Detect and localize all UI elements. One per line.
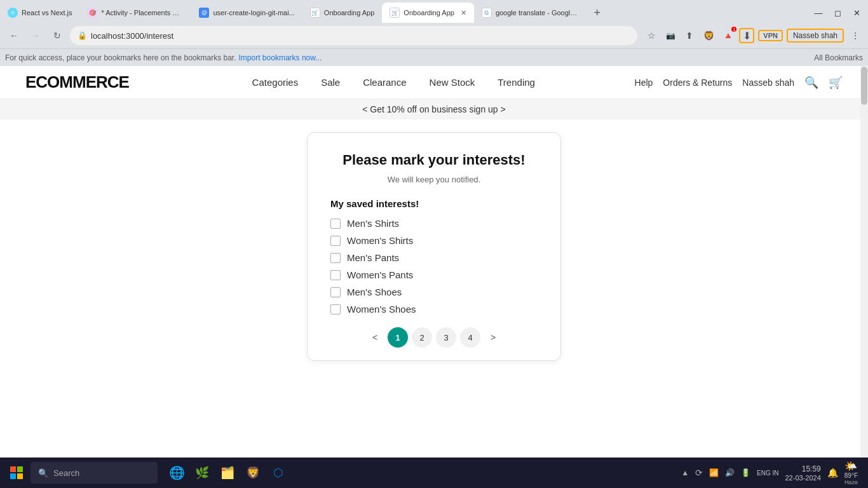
tab-onboarding1[interactable]: 🛒 Onboarding App — [302, 3, 383, 23]
user-profile-button[interactable]: Nasseb shah — [787, 29, 844, 43]
taskbar-search-bar[interactable]: 🔍 Search — [31, 462, 158, 484]
label-womens-shoes: Women's Shoes — [347, 304, 416, 315]
site-logo: ECOMMERCE — [25, 72, 153, 92]
tab-activity-label: * Activity - Placements M... — [101, 9, 184, 17]
pagination: < 1 2 3 4 > — [330, 327, 538, 348]
promo-bar: < Get 10% off on business sign up > — [0, 99, 868, 119]
taskbar-battery-icon[interactable]: 🔋 — [741, 468, 750, 477]
taskbar-app-files[interactable]: 🗂️ — [216, 461, 239, 484]
page-content: ECOMMERCE Categories Sale Clearance New … — [0, 66, 868, 374]
tab-onboarding2-label: Onboarding App — [403, 9, 454, 17]
checkbox-womens-pants[interactable] — [330, 270, 341, 280]
taskbar-app-brave[interactable]: 🦁 — [241, 461, 264, 484]
scrollbar-thumb[interactable] — [861, 67, 867, 105]
vpn-badge[interactable]: VPN — [758, 30, 783, 41]
checkbox-mens-shirts[interactable] — [330, 219, 341, 229]
reload-button[interactable]: ↻ — [48, 27, 66, 44]
windows-logo-icon — [10, 466, 23, 479]
checkbox-mens-pants[interactable] — [330, 253, 341, 263]
help-link[interactable]: Help — [635, 78, 653, 88]
taskbar-search-icon: 🔍 — [38, 468, 48, 478]
nav-clearance[interactable]: Clearance — [363, 77, 406, 88]
pagination-page-2[interactable]: 2 — [412, 327, 432, 348]
checkbox-womens-shoes[interactable] — [330, 304, 341, 315]
nav-trending[interactable]: Trending — [498, 77, 535, 88]
address-text: localhost:3000/interest — [91, 31, 173, 41]
checkbox-mens-shoes[interactable] — [330, 287, 341, 297]
label-mens-shirts: Men's Shirts — [347, 218, 399, 229]
pagination-page-4[interactable]: 4 — [460, 327, 480, 348]
tab-activity[interactable]: 🎯 * Activity - Placements M... — [79, 3, 191, 23]
interests-title: Please mark your interests! — [330, 152, 538, 168]
add-tab-button[interactable]: + — [588, 4, 606, 22]
screenshot-icon[interactable]: 📷 — [663, 28, 678, 43]
close-button[interactable]: ✕ — [848, 4, 865, 22]
interest-item-mens-pants: Men's Pants — [330, 252, 538, 263]
taskbar-weather-icon: 🌤️ — [844, 460, 857, 472]
taskbar-update-icon[interactable]: ⟳ — [695, 468, 703, 478]
orders-link[interactable]: Orders & Returns — [663, 78, 732, 88]
restore-button[interactable]: ◻ — [829, 4, 846, 22]
bookmarks-prompt: For quick access, place your bookmarks h… — [5, 53, 236, 62]
taskbar-language: ENG IN — [757, 469, 778, 477]
brave-rewards-icon[interactable]: 🔺1 — [720, 28, 735, 43]
cart-icon[interactable]: 🛒 — [829, 76, 843, 90]
search-icon[interactable]: 🔍 — [804, 76, 818, 90]
tab-bar: ⚛ React vs Next.js 🎯 * Activity - Placem… — [0, 0, 868, 23]
tab-close-button[interactable]: ✕ — [461, 9, 466, 17]
label-mens-pants: Men's Pants — [347, 252, 399, 263]
taskbar-notification-bell[interactable]: 🔔 — [827, 468, 838, 478]
tab-user-create[interactable]: @ user-create-login-git-mai... — [191, 3, 302, 23]
interests-section-label: My saved interests! — [330, 198, 538, 209]
browser-chrome: ⚛ React vs Next.js 🎯 * Activity - Placem… — [0, 0, 868, 66]
checkbox-womens-shirts[interactable] — [330, 236, 341, 246]
nav-categories[interactable]: Categories — [252, 77, 299, 88]
tab-onboarding2[interactable]: 🛒 Onboarding App ✕ — [382, 3, 474, 23]
bookmark-icon[interactable]: ☆ — [644, 28, 659, 43]
scrollbar[interactable] — [860, 66, 868, 458]
download-icon[interactable]: ⬇ — [739, 28, 754, 43]
pagination-next[interactable]: > — [484, 329, 502, 346]
taskbar: 🔍 Search 🌐 🌿 🗂️ 🦁 ⬡ ▲ ⟳ 📶 🔊 🔋 ENG IN 15:… — [0, 458, 868, 488]
taskbar-volume-icon[interactable]: 🔊 — [725, 468, 735, 477]
interest-item-womens-shoes: Women's Shoes — [330, 304, 538, 315]
taskbar-search-text: Search — [53, 468, 79, 478]
taskbar-app-globe[interactable]: 🌐 — [165, 461, 188, 484]
taskbar-time-date: 15:59 22-03-2024 — [785, 464, 820, 482]
bookmarks-bar: For quick access, place your bookmarks h… — [0, 48, 868, 66]
tab-google[interactable]: G google translate - Google... — [474, 3, 586, 23]
taskbar-app-unknown[interactable]: 🌿 — [191, 461, 214, 484]
start-button[interactable] — [5, 461, 28, 484]
tab-user-create-label: user-create-login-git-mai... — [213, 9, 294, 17]
tab-react[interactable]: ⚛ React vs Next.js — [0, 3, 79, 23]
pagination-prev[interactable]: < — [366, 329, 384, 346]
interest-item-womens-shirts: Women's Shirts — [330, 235, 538, 246]
pagination-page-3[interactable]: 3 — [436, 327, 456, 348]
taskbar-weather-temp: 89°F — [844, 472, 858, 479]
taskbar-tray-up[interactable]: ▲ — [681, 468, 689, 477]
taskbar-app-code[interactable]: ⬡ — [267, 461, 290, 484]
taskbar-right: ▲ ⟳ 📶 🔊 🔋 ENG IN 15:59 22-03-2024 🔔 🌤️ 8… — [681, 460, 863, 485]
back-button[interactable]: ← — [5, 27, 23, 44]
label-mens-shoes: Men's Shoes — [347, 287, 402, 297]
address-input[interactable]: 🔒 localhost:3000/interest — [70, 26, 637, 45]
taskbar-network-icon[interactable]: 📶 — [709, 468, 719, 477]
import-bookmarks-link[interactable]: Import bookmarks now... — [239, 53, 322, 62]
main-content: Please mark your interests! We will keep… — [0, 119, 868, 374]
interests-card: Please mark your interests! We will keep… — [307, 132, 561, 361]
minimize-button[interactable]: — — [810, 4, 827, 22]
pagination-page-1[interactable]: 1 — [388, 327, 408, 348]
taskbar-weather: 🌤️ 89°F Haze — [844, 460, 858, 485]
tab-onboarding1-label: Onboarding App — [324, 9, 375, 17]
brave-icon[interactable]: 🦁 — [701, 28, 716, 43]
interest-item-mens-shoes: Men's Shoes — [330, 287, 538, 297]
nav-sale[interactable]: Sale — [321, 77, 340, 88]
interests-list: Men's Shirts Women's Shirts Men's Pants … — [330, 218, 538, 315]
user-link[interactable]: Nasseb shah — [742, 78, 794, 88]
nav-new-stock[interactable]: New Stock — [430, 77, 475, 88]
menu-button[interactable]: ⋮ — [848, 28, 863, 43]
share-icon[interactable]: ⬆ — [682, 28, 697, 43]
forward-button[interactable]: → — [27, 27, 44, 44]
svg-rect-2 — [10, 473, 16, 479]
taskbar-weather-desc: Haze — [844, 479, 858, 485]
